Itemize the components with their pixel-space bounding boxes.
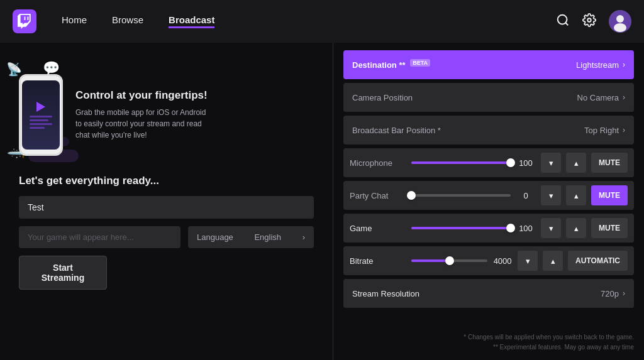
phone-line	[30, 116, 52, 117]
left-panel: 💬 📡 🔔 🗡️	[0, 43, 333, 360]
stream-resolution-row[interactable]: Stream Resolution 720p ›	[343, 279, 634, 308]
phone-line	[30, 123, 52, 125]
phone-line	[30, 119, 48, 121]
party-chat-mute-button[interactable]: MUTE	[591, 185, 628, 205]
right-panel: Destination ** BETA Lightstream › Camera…	[333, 43, 644, 360]
language-chevron: ›	[303, 232, 305, 242]
stream-resolution-label: Stream Resolution	[352, 289, 419, 298]
game-thumb	[506, 224, 515, 232]
broadcast-bar-chevron: ›	[623, 126, 625, 134]
bitrate-track[interactable]	[411, 259, 487, 262]
party-chat-thumb	[407, 191, 416, 200]
language-label: Language	[197, 232, 233, 242]
microphone-value: 100	[516, 158, 536, 168]
twitch-icon	[17, 14, 32, 29]
destination-chevron: ›	[623, 60, 625, 69]
microphone-fill	[411, 161, 511, 164]
party-chat-up-button[interactable]: ▴	[566, 185, 586, 205]
microphone-mute-button[interactable]: MUTE	[591, 153, 628, 173]
camera-value: No Camera	[577, 93, 619, 102]
user-avatar[interactable]	[609, 10, 631, 33]
hero-description: Grab the mobile app for iOS or Android t…	[75, 107, 214, 141]
camera-label: Camera Position	[352, 93, 415, 102]
game-track[interactable]	[411, 227, 511, 229]
twitch-logo[interactable]	[13, 9, 36, 33]
stream-title-input[interactable]	[19, 196, 314, 219]
bitrate-up-button[interactable]: ▴	[543, 251, 563, 271]
svg-point-3	[616, 15, 624, 23]
game-value: 100	[516, 224, 536, 233]
destination-label: Destination ** BETA	[352, 60, 430, 70]
language-value: English	[254, 232, 281, 242]
microphone-thumb	[506, 158, 515, 167]
party-chat-label: Party Chat	[350, 191, 406, 200]
microphone-up-button[interactable]: ▴	[566, 153, 586, 173]
bitrate-fill	[411, 259, 450, 262]
bitrate-thumb	[445, 256, 454, 265]
bitrate-row: Bitrate 4000 ▾ ▴ AUTOMATIC	[343, 246, 634, 275]
phone-lines	[30, 116, 52, 129]
microphone-down-button[interactable]: ▾	[541, 153, 561, 173]
destination-row[interactable]: Destination ** BETA Lightstream ›	[343, 50, 634, 79]
stream-resolution-value: 720p	[601, 289, 619, 298]
hero-title: Control at your fingertips!	[75, 89, 214, 102]
hero-section: 💬 📡 🔔 🗡️	[19, 55, 314, 175]
phone-line	[30, 127, 45, 129]
camera-row[interactable]: Camera Position No Camera ›	[343, 83, 634, 112]
section-title: Let's get everything ready...	[19, 175, 314, 187]
bitrate-label: Bitrate	[350, 256, 406, 266]
beta-badge: BETA	[410, 59, 430, 67]
svg-point-0	[558, 15, 567, 25]
nav-links: Home Browse Broadcast	[62, 14, 214, 28]
bottom-row: Language English ›	[19, 226, 314, 248]
avatar-image	[609, 10, 631, 33]
phone-screen	[22, 80, 60, 150]
hero-text: Control at your fingertips! Grab the mob…	[75, 89, 214, 141]
note-2: ** Experimental features. May go away at…	[343, 342, 634, 352]
nav-browse[interactable]: Browse	[112, 14, 143, 28]
broadcast-bar-row[interactable]: Broadcast Bar Position * Top Right ›	[343, 116, 634, 145]
svg-point-1	[587, 18, 591, 22]
nav-icons	[556, 10, 631, 33]
bitrate-value: 4000	[492, 256, 513, 266]
game-up-button[interactable]: ▴	[566, 218, 586, 238]
play-icon	[36, 102, 45, 112]
party-chat-value: 0	[516, 191, 536, 200]
game-down-button[interactable]: ▾	[541, 218, 561, 238]
nav-home[interactable]: Home	[62, 14, 87, 28]
main-content: 💬 📡 🔔 🗡️	[0, 43, 644, 360]
notes-section: * Changes will be applied when you switc…	[343, 332, 634, 352]
navigation: Home Browse Broadcast	[0, 0, 644, 43]
nav-broadcast[interactable]: Broadcast	[169, 14, 214, 28]
microphone-row: Microphone 100 ▾ ▴ MUTE	[343, 148, 634, 177]
party-chat-track[interactable]	[411, 194, 511, 197]
microphone-track[interactable]	[411, 161, 511, 164]
party-chat-row: Party Chat 0 ▾ ▴ MUTE	[343, 181, 634, 210]
game-input[interactable]	[19, 226, 180, 248]
broadcast-bar-value: Top Right	[584, 126, 619, 135]
start-streaming-button[interactable]: Start Streaming	[19, 256, 107, 290]
destination-value: Lightstream	[576, 60, 619, 70]
svg-point-4	[614, 23, 626, 32]
broadcast-bar-label: Broadcast Bar Position *	[352, 126, 441, 135]
game-fill	[411, 227, 511, 229]
party-chat-down-button[interactable]: ▾	[541, 185, 561, 205]
game-label: Game	[350, 224, 406, 233]
game-row: Game 100 ▾ ▴ MUTE	[343, 214, 634, 243]
bitrate-down-button[interactable]: ▾	[518, 251, 538, 271]
phone-illustration	[19, 74, 63, 156]
note-1: * Changes will be applied when you switc…	[343, 332, 634, 342]
phone-screen-inner	[22, 80, 60, 150]
stream-resolution-chevron: ›	[623, 289, 625, 298]
hero-image: 💬 📡 🔔 🗡️	[19, 55, 63, 175]
game-mute-button[interactable]: MUTE	[591, 218, 628, 238]
search-icon[interactable]	[556, 13, 570, 30]
microphone-label: Microphone	[350, 158, 406, 168]
language-button[interactable]: Language English ›	[188, 226, 314, 248]
bitrate-automatic-button[interactable]: AUTOMATIC	[568, 251, 628, 271]
settings-icon[interactable]	[582, 13, 596, 30]
camera-chevron: ›	[623, 93, 625, 102]
satellite-icon: 📡	[6, 62, 22, 77]
